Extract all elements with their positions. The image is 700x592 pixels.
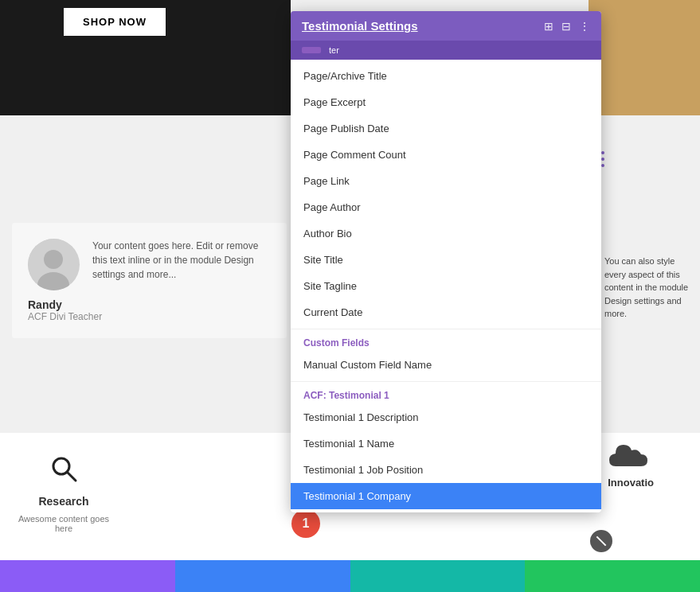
dropdown-panel: Testimonial Settings ⊞ ⊟ ⋮ ter Page/Arch… (291, 11, 601, 512)
item-page-author[interactable]: Page Author (291, 194, 601, 220)
cloud-icon (608, 438, 651, 470)
tab-2[interactable] (175, 560, 350, 592)
author-name: Randy (28, 298, 271, 311)
subheader-text: ter (329, 45, 339, 55)
subheader-button[interactable] (302, 47, 321, 53)
more-icon[interactable]: ⋮ (579, 20, 590, 33)
expand-icon[interactable]: ⊞ (544, 20, 553, 33)
research-desc: Awesome content goes here (16, 514, 111, 533)
item-page-link[interactable]: Page Link (291, 168, 601, 194)
prohibit-icon (590, 530, 612, 552)
right-description: You can also style every aspect of this … (596, 247, 700, 329)
item-page-archive-title[interactable]: Page/Archive Title (291, 63, 601, 89)
testimonial-text: Your content goes here. Edit or remove t… (92, 239, 271, 282)
shop-now-button[interactable]: SHOP NOW (64, 8, 166, 36)
svg-point-1 (44, 250, 63, 269)
item-site-tagline[interactable]: Site Tagline (291, 273, 601, 299)
item-site-title[interactable]: Site Title (291, 247, 601, 273)
dropdown-header: Testimonial Settings ⊞ ⊟ ⋮ (291, 11, 601, 41)
cloud-icon-container: Innovatio (608, 438, 654, 489)
item-current-date[interactable]: Current Date (291, 299, 601, 325)
bottom-tabs (0, 560, 700, 592)
author-title: ACF Divi Teacher (28, 311, 271, 322)
item-page-publish-date[interactable]: Page Publish Date (291, 115, 601, 142)
research-item: Research Awesome content goes here (16, 449, 111, 533)
dots-menu[interactable] (601, 151, 604, 167)
item-page-excerpt[interactable]: Page Excerpt (291, 89, 601, 115)
dropdown-subheader: ter (291, 41, 601, 60)
dropdown-title: Testimonial Settings (302, 19, 418, 33)
item-testimonial-name[interactable]: Testimonial 1 Name (291, 430, 601, 457)
header-icons: ⊞ ⊟ ⋮ (544, 20, 590, 33)
svg-line-4 (67, 472, 76, 481)
item-manual-custom-field[interactable]: Manual Custom Field Name (291, 352, 601, 378)
avatar (28, 239, 80, 290)
item-page-comment-count[interactable]: Page Comment Count (291, 142, 601, 168)
bg-top-dark: SHOP NOW (0, 0, 291, 115)
research-label: Research (38, 495, 88, 508)
section-custom-fields: Custom Fields (291, 329, 601, 352)
bg-right-image (589, 0, 700, 115)
innovation-label: Innovatio (608, 477, 654, 489)
section-acf: ACF: Testimonial 1 (291, 381, 601, 404)
item-testimonial-job-position[interactable]: Testimonial 1 Job Position (291, 457, 601, 483)
number-badge: 1 (291, 509, 320, 538)
item-author-bio[interactable]: Author Bio (291, 220, 601, 247)
tab-1[interactable] (0, 560, 175, 592)
compress-icon[interactable]: ⊟ (561, 20, 571, 33)
tab-4[interactable] (525, 560, 700, 592)
dropdown-list: Page/Archive Title Page Excerpt Page Pub… (291, 60, 601, 512)
item-testimonial-description[interactable]: Testimonial 1 Description (291, 404, 601, 430)
testimonial-card: Your content goes here. Edit or remove t… (12, 223, 287, 338)
tab-3[interactable] (350, 560, 526, 592)
search-icon (44, 449, 84, 489)
item-testimonial-company[interactable]: Testimonial 1 Company (291, 483, 601, 509)
